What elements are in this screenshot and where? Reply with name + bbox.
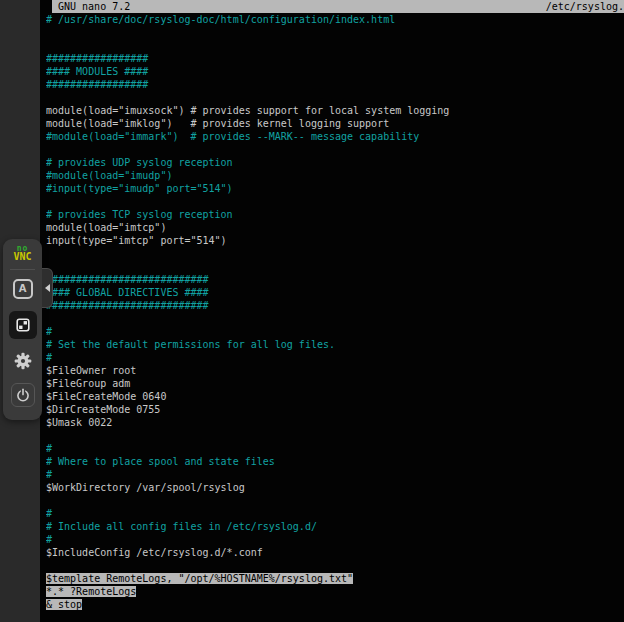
terminal-line: $FileCreateMode 0640 <box>46 390 624 403</box>
terminal-line: & stop <box>46 598 624 611</box>
terminal-line <box>46 91 624 104</box>
terminal-line: # <box>46 442 624 455</box>
terminal-line <box>46 429 624 442</box>
novnc-logo: no VNC <box>13 245 31 262</box>
fullscreen-icon <box>15 317 31 333</box>
collapse-arrow-icon <box>45 284 50 292</box>
terminal-line: #input(type="imudp" port="514") <box>46 182 624 195</box>
nano-version-title: GNU nano 7.2 <box>52 0 130 13</box>
terminal-line: # provides TCP syslog reception <box>46 208 624 221</box>
terminal-line: # <box>46 533 624 546</box>
terminal-line: ################# <box>46 52 624 65</box>
keyboard-button[interactable]: A <box>9 275 37 303</box>
terminal-line: # <box>46 351 624 364</box>
keycap-letter: A <box>19 284 27 294</box>
terminal-line: #### MODULES #### <box>46 65 624 78</box>
terminal-line: $DirCreateMode 0755 <box>46 403 624 416</box>
terminal-line <box>46 247 624 260</box>
terminal-line: #module(load="imudp") <box>46 169 624 182</box>
terminal-line: # /usr/share/doc/rsyslog-doc/html/config… <box>46 13 624 26</box>
fullscreen-button[interactable] <box>9 311 37 339</box>
terminal-line <box>46 260 624 273</box>
terminal-line: # Where to place spool and state files <box>46 455 624 468</box>
control-bar-buttons: A <box>9 275 37 407</box>
terminal[interactable]: GNU nano 7.2 /etc/rsyslog. # /usr/share/… <box>40 0 624 622</box>
terminal-line <box>46 143 624 156</box>
editor-buffer[interactable]: # /usr/share/doc/rsyslog-doc/html/config… <box>46 13 624 622</box>
power-icon <box>15 387 31 403</box>
novnc-control-bar: no VNC A <box>3 239 42 420</box>
terminal-line: # Include all config files in /etc/rsysl… <box>46 520 624 533</box>
terminal-line <box>46 39 624 52</box>
terminal-line: # provides UDP syslog reception <box>46 156 624 169</box>
terminal-line: # <box>46 325 624 338</box>
terminal-line: $FileOwner root <box>46 364 624 377</box>
settings-button[interactable] <box>9 347 37 375</box>
remote-desktop-viewport: GNU nano 7.2 /etc/rsyslog. # /usr/share/… <box>0 0 624 622</box>
terminal-line: module(load="imtcp") <box>46 221 624 234</box>
terminal-line: # <box>46 468 624 481</box>
terminal-line: *.* ?RemoteLogs <box>46 585 624 598</box>
terminal-line <box>46 195 624 208</box>
disconnect-button[interactable] <box>11 383 35 407</box>
terminal-line: $FileGroup adm <box>46 377 624 390</box>
terminal-line: ########################### <box>46 299 624 312</box>
terminal-line: module(load="imuxsock") # provides suppo… <box>46 104 624 117</box>
terminal-line: $IncludeConfig /etc/rsyslog.d/*.conf <box>46 546 624 559</box>
terminal-line: $Umask 0022 <box>46 416 624 429</box>
gear-icon <box>14 352 32 370</box>
nano-filename: /etc/rsyslog. <box>546 0 624 13</box>
control-bar-handle[interactable] <box>42 268 53 308</box>
terminal-line: # Set the default permissions for all lo… <box>46 338 624 351</box>
terminal-line: ################# <box>46 78 624 91</box>
terminal-line: $WorkDirectory /var/spool/rsyslog <box>46 481 624 494</box>
terminal-line: $template RemoteLogs, "/opt/%HOSTNAME%/r… <box>46 572 624 585</box>
nano-titlebar: GNU nano 7.2 /etc/rsyslog. <box>52 0 624 13</box>
terminal-line: # <box>46 507 624 520</box>
control-bar-divider <box>10 269 35 270</box>
terminal-line <box>46 312 624 325</box>
terminal-line: input(type="imtcp" port="514") <box>46 234 624 247</box>
terminal-line <box>46 494 624 507</box>
novnc-logo-bottom: VNC <box>13 252 31 262</box>
terminal-line <box>46 26 624 39</box>
terminal-line: #module(load="immark") # provides --MARK… <box>46 130 624 143</box>
terminal-line: ########################### <box>46 273 624 286</box>
keyboard-a-key-icon: A <box>13 279 33 299</box>
terminal-line: #### GLOBAL DIRECTIVES #### <box>46 286 624 299</box>
terminal-line <box>46 559 624 572</box>
terminal-line: module(load="imklog") # provides kernel … <box>46 117 624 130</box>
